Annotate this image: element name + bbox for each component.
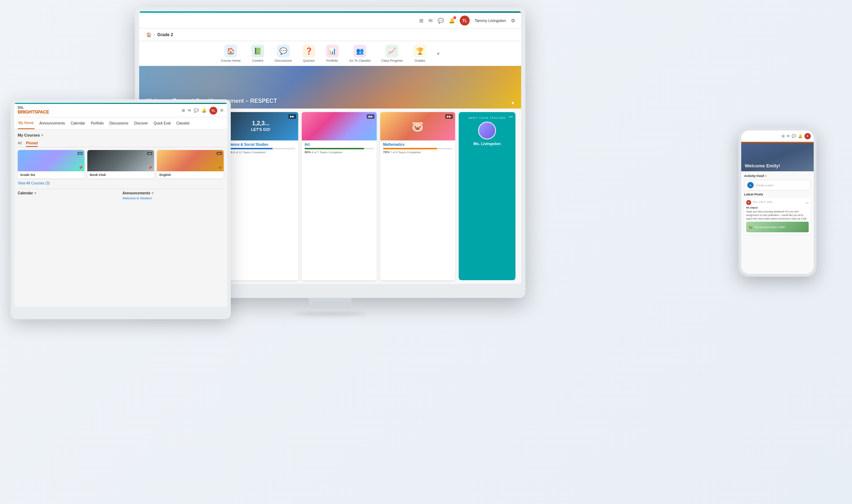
nav-discussions[interactable]: 💬 Discussions	[275, 45, 292, 62]
course-pin-grade-six[interactable]: 📌	[78, 166, 83, 170]
laptop-grid-icon[interactable]: ⊞	[182, 108, 185, 113]
nav-content[interactable]: 📗 Content	[251, 45, 264, 62]
post-thumbnail[interactable]: 🐝 Top facts about bees | WWF	[746, 222, 809, 232]
laptop-course-grade-six[interactable]: ••• 📌 Grade Six	[18, 150, 84, 178]
nav-grades[interactable]: 🏆 Grades	[414, 45, 426, 62]
laptop-bell-icon[interactable]: 🔔	[202, 108, 207, 113]
hero-chevron-icon[interactable]: ▾	[512, 100, 514, 106]
play-badge-math: ▶▶	[445, 114, 453, 119]
grades-label: Grades	[415, 59, 425, 62]
course-tabs: All Pinned	[18, 140, 224, 147]
classlist-label: Go To Classlist	[349, 59, 371, 62]
nav-course-home[interactable]: 🏠 Course Home	[221, 45, 241, 62]
grades-icon: 🏆	[414, 45, 426, 57]
topbar-icons: ⊞ ✉ 💬 🔔 TL Tammy Livingston ⚙	[419, 16, 515, 26]
create-post-area[interactable]: + Create a post...	[744, 180, 811, 190]
course-card-info-ss: Science & Social Studies 67% 8 of 12 Top…	[223, 140, 298, 280]
course-dots-book-club[interactable]: •••	[147, 152, 152, 155]
course-title-book-club: Book Club	[90, 173, 152, 177]
nav-quizzes[interactable]: ❓ Quizzes	[302, 45, 315, 62]
progress-fill-art	[305, 148, 364, 149]
laptop-nav: My Home Announcements Calendar Portfolio…	[14, 117, 227, 129]
laptop-course-english[interactable]: ••• 📌 English	[157, 150, 224, 178]
laptop-email-icon[interactable]: ✉	[188, 108, 191, 113]
post-menu-icon[interactable]: •••	[806, 201, 809, 204]
laptop-settings-icon[interactable]: ⚙	[220, 108, 224, 113]
settings-icon[interactable]: ⚙	[511, 18, 515, 23]
laptop-nav-portfolio[interactable]: Portfolio	[90, 117, 105, 129]
more-chevron[interactable]: ▾	[437, 51, 439, 56]
progress-fill-ss	[226, 148, 273, 149]
bell-icon[interactable]: 🔔	[449, 18, 455, 23]
my-courses-section: My Courses ▾	[18, 133, 224, 137]
calendar-header: Calendar ▾	[18, 191, 119, 195]
my-courses-label: My Courses	[18, 133, 40, 137]
nav-class-progress[interactable]: 📈 Class Progress	[381, 45, 403, 62]
laptop-nav-announcements[interactable]: Announcements	[39, 117, 66, 129]
laptop-chat-icon[interactable]: 💬	[194, 108, 199, 113]
calendar-chevron[interactable]: ▾	[34, 191, 36, 195]
monitor-topbar: ⊞ ✉ 💬 🔔 TL Tammy Livingston ⚙	[139, 13, 521, 28]
monitor-stand	[309, 298, 351, 309]
laptop-topbar: D2L BRIGHTSPACE ⊞ ✉ 💬 🔔 TL ⚙	[14, 104, 227, 117]
laptop-nav-quick-eval[interactable]: Quick Eval	[153, 117, 171, 129]
laptop-nav-calendar[interactable]: Calendar	[70, 117, 86, 129]
email-icon[interactable]: ✉	[428, 18, 433, 23]
nav-portfolio[interactable]: 📊 Portfolio	[326, 45, 339, 62]
progress-fill-math	[383, 148, 437, 149]
tab-all[interactable]: All	[18, 140, 22, 147]
course-card-art[interactable]: ▶▶ Art 86% 6 of 7 Topics Completed	[302, 112, 377, 280]
laptop-nav-my-home[interactable]: My Home	[18, 117, 34, 129]
avatar[interactable]: TL	[460, 16, 470, 26]
course-dots-grade-six[interactable]: •••	[77, 152, 83, 155]
class-progress-label: Class Progress	[381, 59, 403, 62]
post-body: Hope you had a buzzing weekend! For our …	[746, 210, 809, 220]
nav-classlist[interactable]: 👥 Go To Classlist	[349, 45, 371, 62]
course-card-science[interactable]: 1,2,3...LET'S GO! ▶▶ Science & Social St…	[223, 112, 298, 280]
meet-teacher-label: MEET YOUR TEACHER	[469, 116, 506, 120]
laptop-nav-discussions[interactable]: Discussions	[109, 117, 129, 129]
announcements-chevron[interactable]: ▾	[152, 191, 153, 195]
class-progress-icon: 📈	[386, 45, 398, 57]
phone-email-icon[interactable]: ✉	[787, 134, 790, 138]
teacher-card-menu[interactable]: •••	[509, 115, 513, 119]
laptop-top-icons: ⊞ ✉ 💬 🔔 TL ⚙	[182, 107, 224, 115]
bottom-sections: Calendar ▾ Announcements ▾ Welcome to We…	[18, 191, 224, 200]
activity-feed-header: Activity Feed ▾	[744, 174, 811, 178]
post-meta: Thu • Feb 3, 2022	[753, 201, 772, 203]
view-all-courses-link[interactable]: View All Courses (3)	[18, 181, 224, 185]
course-title-math: Mathematics	[383, 143, 452, 146]
course-card-math[interactable]: 🐷 ▶▶ Mathematics 78% 7 of 9 Topics Compl…	[380, 112, 455, 280]
tab-pinned[interactable]: Pinned	[26, 140, 38, 147]
phone-device: ⊞ ✉ 💬 🔔 E Welcome Emily! Activity Feed ▾…	[738, 128, 816, 277]
course-dots-english[interactable]: •••	[217, 152, 222, 155]
teacher-card[interactable]: ••• MEET YOUR TEACHER Ms. Livingston	[459, 112, 515, 280]
phone-grid-icon[interactable]: ⊞	[782, 134, 785, 138]
page-title: Grade 2	[157, 32, 173, 37]
phone-chat-icon[interactable]: 💬	[792, 134, 796, 138]
laptop-screen: D2L BRIGHTSPACE ⊞ ✉ 💬 🔔 TL ⚙ My Home Ann…	[14, 103, 227, 307]
laptop-avatar[interactable]: TL	[209, 107, 217, 115]
breadcrumb: 🏠 › Grade 2	[146, 32, 173, 37]
post-title: Hi class!	[746, 206, 809, 209]
phone-topbar: ⊞ ✉ 💬 🔔 E	[741, 131, 814, 142]
home-icon[interactable]: 🏠	[146, 32, 152, 37]
course-pin-book-club[interactable]: 📌	[148, 166, 152, 170]
activity-feed-chevron[interactable]: ▾	[765, 175, 766, 178]
phone-hero-text: Welcome Emily!	[745, 163, 810, 168]
progress-bar-art	[305, 148, 374, 149]
portfolio-icon: 📊	[326, 45, 339, 57]
phone-bell-icon[interactable]: 🔔	[798, 134, 802, 138]
laptop-nav-classlist[interactable]: Classlist	[175, 117, 190, 129]
course-card-img-art: ▶▶	[302, 112, 377, 140]
phone-avatar[interactable]: E	[804, 133, 811, 139]
course-pin-english[interactable]: 📌	[218, 166, 222, 170]
course-card-img-ss: 1,2,3...LET'S GO! ▶▶	[223, 112, 298, 140]
portfolio-label: Portfolio	[326, 59, 338, 62]
chat-icon[interactable]: 💬	[438, 18, 444, 23]
my-courses-chevron[interactable]: ▾	[41, 133, 43, 137]
course-info-grade-six: Grade Six	[18, 171, 84, 178]
laptop-course-book-club[interactable]: ••• 📌 Book Club	[87, 150, 154, 178]
laptop-nav-discover[interactable]: Discover	[133, 117, 149, 129]
grid-icon[interactable]: ⊞	[419, 18, 424, 23]
